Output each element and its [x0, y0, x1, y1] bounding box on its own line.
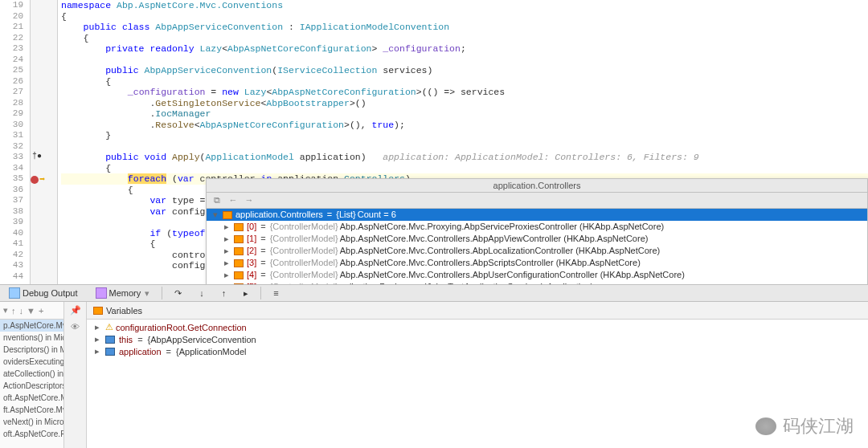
line-number: 23 [0, 43, 23, 55]
line-number: 36 [0, 185, 23, 196]
vars-gutter: 📌 👁 [64, 302, 87, 448]
code-line[interactable] [61, 141, 868, 153]
warning-icon: ⚠ [105, 322, 113, 332]
frame-down-icon[interactable]: ↓ [19, 306, 24, 316]
frame-add-icon[interactable]: + [39, 306, 43, 316]
popup-toolbar: ⧉ ← → [207, 193, 867, 209]
line-number: 34 [0, 163, 23, 174]
frame-row[interactable]: p.AspNetCore.Mvc.C [0, 320, 63, 332]
line-number: 33 [0, 152, 23, 163]
object-icon [105, 336, 115, 344]
gutter: 1920212223242526272829303132333435363738… [0, 0, 31, 284]
popup-back-icon[interactable]: ← [227, 195, 239, 206]
frames-panel[interactable]: ▾ ↑ ↓ ▼ + p.AspNetCore.Mvc.Cnventions() … [0, 302, 64, 448]
line-number: 28 [0, 98, 23, 109]
marker-column: †● ➡ [31, 0, 58, 284]
line-number: 32 [0, 141, 23, 153]
pin-icon[interactable]: 📌 [70, 305, 81, 316]
code-line[interactable]: private readonly Lazy<AbpAspNetCoreConfi… [61, 43, 868, 55]
frame-up-icon[interactable]: ↑ [11, 306, 16, 316]
evaluate-icon[interactable]: ≡ [268, 286, 284, 300]
memory-tab[interactable]: Memory▾ [90, 285, 156, 301]
frame-row[interactable]: ActionDescriptors() [0, 380, 63, 392]
frame-row[interactable]: Descriptors() in Micr [0, 344, 63, 356]
inline-hint-marker: †● [32, 152, 42, 161]
frame-row[interactable]: oft.AspNetCore.Mv [0, 392, 63, 404]
line-number: 24 [0, 55, 23, 66]
frame-row[interactable]: nventions() in Micro [0, 332, 63, 344]
line-number: 43 [0, 260, 23, 271]
line-number: 35 [0, 173, 23, 185]
breakpoint-marker[interactable]: ➡ [31, 173, 57, 185]
watch-icon[interactable]: 👁 [71, 322, 80, 332]
line-number: 27 [0, 87, 23, 98]
line-number: 25 [0, 65, 23, 76]
popup-item-row[interactable]: ▸ [2] = {ControllerModel} Abp.AspNetCore… [207, 245, 867, 257]
code-line[interactable]: { [61, 163, 868, 174]
code-line[interactable]: public void Apply(ApplicationModel appli… [61, 152, 868, 163]
variable-row[interactable]: ▸ this = {AbpAppServiceConvention [87, 333, 868, 345]
line-number: 19 [0, 0, 23, 11]
line-number: 31 [0, 130, 23, 141]
variable-row[interactable]: ▸⚠ configurationRoot.GetConnection [87, 321, 868, 333]
code-line[interactable]: { [61, 33, 868, 44]
popup-item-row[interactable]: ▸ [3] = {ControllerModel} Abp.AspNetCore… [207, 257, 867, 269]
code-line[interactable]: public class AbpAppServiceConvention : I… [61, 22, 868, 33]
code-line[interactable]: .IocManager [61, 108, 868, 120]
debug-toolbar: Debug Output Memory▾ ↷ ↓ ↑ ▸ ≡ [0, 284, 868, 302]
wechat-icon [755, 417, 776, 435]
popup-forward-icon[interactable]: → [244, 195, 255, 206]
line-number: 40 [0, 228, 23, 239]
line-number: 20 [0, 11, 23, 22]
frames-toolbar: ▾ ↑ ↓ ▼ + [0, 302, 63, 320]
debug-lower-panel: ▾ ↑ ↓ ▼ + p.AspNetCore.Mvc.Cnventions() … [0, 302, 868, 448]
variables-header: Variables [87, 302, 868, 320]
variables-tab-icon [93, 307, 103, 315]
code-line[interactable]: _configuration = new Lazy<AbpAspNetCoreC… [61, 87, 868, 98]
line-number: 21 [0, 22, 23, 33]
variables-panel[interactable]: Variables ▸⚠ configurationRoot.GetConnec… [87, 302, 868, 448]
step-into-icon[interactable]: ↓ [194, 286, 210, 300]
code-line[interactable]: { [61, 76, 868, 88]
breakpoint-icon [31, 176, 39, 184]
thread-selector-icon[interactable]: ▾ [3, 305, 8, 316]
code-line[interactable] [61, 55, 868, 66]
line-number: 37 [0, 195, 23, 206]
popup-copy-icon[interactable]: ⧉ [211, 195, 223, 206]
execution-arrow-icon: ➡ [39, 173, 45, 185]
code-line[interactable]: .Resolve<AbpAspNetCoreConfiguration>(), … [61, 120, 868, 131]
line-number: 26 [0, 76, 23, 88]
popup-item-row[interactable]: ▸ [0] = {ControllerModel} Abp.AspNetCore… [207, 221, 867, 233]
step-over-icon[interactable]: ↷ [169, 286, 187, 301]
debug-output-tab[interactable]: Debug Output [3, 285, 84, 301]
line-number: 44 [0, 271, 23, 283]
code-line[interactable]: .GetSingletonService<AbpBootstrapper>() [61, 98, 868, 109]
frame-row[interactable]: ateCollection() in M [0, 368, 63, 380]
popup-root-row[interactable]: ▾application.Controllers = {List} Count … [207, 209, 867, 221]
line-number: 30 [0, 120, 23, 131]
frame-row[interactable]: ft.AspNetCore.Mvc.i [0, 404, 63, 416]
line-number: 22 [0, 33, 23, 44]
code-line[interactable]: { [61, 11, 868, 22]
popup-item-row[interactable]: ▸ [1] = {ControllerModel} Abp.AspNetCore… [207, 233, 867, 245]
frame-filter-icon[interactable]: ▼ [27, 306, 35, 316]
watermark: 码侠江湖 [755, 414, 854, 438]
line-number: 38 [0, 206, 23, 218]
popup-item-row[interactable]: ▸ [4] = {ControllerModel} Abp.AspNetCore… [207, 269, 867, 281]
line-number: 39 [0, 217, 23, 228]
code-line[interactable]: } [61, 130, 868, 141]
object-icon [105, 348, 115, 356]
popup-title: application.Controllers [207, 179, 867, 193]
code-line[interactable]: public AbpAppServiceConvention(IServiceC… [61, 65, 868, 76]
code-line[interactable]: namespace Abp.AspNetCore.Mvc.Conventions [61, 0, 868, 11]
run-to-cursor-icon[interactable]: ▸ [238, 286, 254, 301]
variable-row[interactable]: ▸ application = {ApplicationModel [87, 345, 868, 357]
frame-row[interactable]: veNext() in Microso [0, 416, 63, 428]
line-number: 29 [0, 108, 23, 120]
frame-row[interactable]: ovidersExecuting() [0, 356, 63, 368]
line-number: 41 [0, 238, 23, 250]
line-number: 42 [0, 250, 23, 261]
frame-row[interactable]: oft.AspNetCore.Rou [0, 428, 63, 440]
step-out-icon[interactable]: ↑ [216, 286, 232, 300]
